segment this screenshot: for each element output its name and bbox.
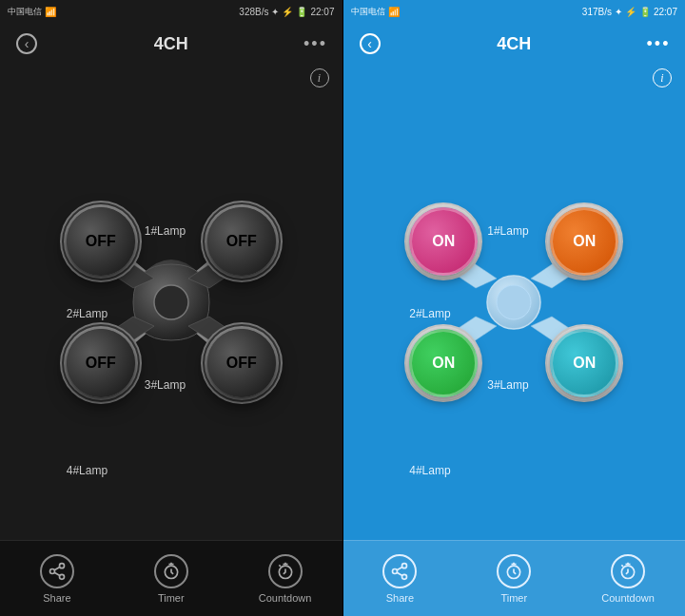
svg-line-9 xyxy=(54,572,60,575)
svg-line-1 xyxy=(124,260,152,283)
time-blue: 22:07 xyxy=(654,7,677,17)
timer-icon-dark xyxy=(154,554,188,588)
svg-point-18 xyxy=(487,276,540,329)
lamp3-name-dark: 3#Lamp xyxy=(145,378,186,392)
svg-point-22 xyxy=(402,574,407,579)
lamp1-name-dark: 1#Lamp xyxy=(145,224,186,238)
lamp1-button-blue[interactable]: ON xyxy=(409,207,478,276)
time-display: 22:07 xyxy=(310,7,334,17)
svg-line-23 xyxy=(398,572,403,575)
main-content-dark: OFF OFF OFF OFF 1#Lamp 2#Lamp 3#Lamp 4#L… xyxy=(0,65,342,540)
timer-icon-blue xyxy=(497,554,531,588)
signal-icon: 📶 xyxy=(45,7,56,17)
timer-label-dark: Timer xyxy=(158,592,185,604)
blue-panel: 中国电信 📶 317B/s ✦ ⚡ 🔋 22:07 ‹ 4CH ••• i xyxy=(343,0,686,616)
timer-label-blue: Timer xyxy=(500,592,527,604)
status-bar-blue: 中国电信 📶 317B/s ✦ ⚡ 🔋 22:07 xyxy=(343,0,686,23)
more-icon: ••• xyxy=(303,34,327,54)
lamp4-button-blue[interactable]: ON xyxy=(550,329,618,397)
svg-line-24 xyxy=(398,567,403,569)
dark-panel: 中国电信 📶 328B/s ✦ ⚡ 🔋 22:07 ‹ 4CH ••• i xyxy=(0,0,342,616)
dial-widget-blue: ON ON ON ON 1#Lamp 2#Lamp 3#Lamp 4#Lamp xyxy=(381,160,647,445)
lamp2-label-blue: ON xyxy=(573,233,596,250)
battery-icon-blue: 🔋 xyxy=(639,7,651,17)
status-left: 中国电信 📶 xyxy=(8,6,56,18)
main-content-blue: ON ON ON ON 1#Lamp 2#Lamp 3#Lamp 4#Lamp xyxy=(343,65,686,540)
carrier1: 中国电信 xyxy=(8,6,42,18)
share-label-blue: Share xyxy=(386,592,414,604)
timer-tool-blue[interactable]: Timer xyxy=(457,554,571,604)
app-header-blue: ‹ 4CH ••• xyxy=(343,23,686,65)
svg-line-31 xyxy=(621,565,623,567)
svg-point-0 xyxy=(150,281,192,323)
more-button-blue[interactable]: ••• xyxy=(643,29,674,59)
lamp2-button-dark[interactable]: OFF xyxy=(207,207,276,276)
bluetooth-icon: ✦ xyxy=(271,7,279,17)
lamp3-button-dark[interactable]: OFF xyxy=(67,329,135,397)
carrier1-blue: 中国电信 xyxy=(351,6,385,18)
lamp4-label-dark: OFF xyxy=(226,355,257,372)
svg-point-5 xyxy=(154,285,188,319)
countdown-tool-blue[interactable]: Countdown xyxy=(571,554,685,604)
countdown-icon-blue xyxy=(611,554,645,588)
status-right: 328B/s ✦ ⚡ 🔋 22:07 xyxy=(239,7,334,17)
countdown-label-blue: Countdown xyxy=(601,592,655,604)
dial-widget-dark: OFF OFF OFF OFF 1#Lamp 2#Lamp 3#Lamp 4#L… xyxy=(38,160,304,445)
share-label-dark: Share xyxy=(43,592,70,604)
bluetooth-icon-blue: ✦ xyxy=(615,7,622,17)
lamp1-button-dark[interactable]: OFF xyxy=(67,207,135,276)
share-icon-blue xyxy=(382,554,417,588)
lamp1-label-dark: OFF xyxy=(86,233,116,250)
battery-icon: 🔋 xyxy=(296,7,307,17)
signal-icon-blue: 📶 xyxy=(388,7,400,17)
svg-point-8 xyxy=(59,574,64,579)
speed-indicator: 328B/s xyxy=(239,7,268,17)
page-title-dark: 4CH xyxy=(154,34,188,54)
bottom-toolbar-blue: Share Timer Countdown xyxy=(343,540,686,616)
wifi-icon-blue: ⚡ xyxy=(625,7,636,17)
lamp2-name-blue: 2#Lamp xyxy=(409,307,450,320)
back-arrow-icon: ‹ xyxy=(16,33,37,54)
countdown-icon-dark xyxy=(268,554,303,588)
lamp3-button-blue[interactable]: ON xyxy=(409,329,478,397)
speed-blue: 317B/s xyxy=(582,7,612,17)
lamp3-name-blue: 3#Lamp xyxy=(487,378,528,392)
more-icon-blue: ••• xyxy=(647,34,671,54)
back-arrow-icon-blue: ‹ xyxy=(360,33,381,54)
lamp1-label-blue: ON xyxy=(432,233,455,250)
back-button-blue[interactable]: ‹ xyxy=(355,29,385,59)
lamp2-label-dark: OFF xyxy=(226,233,257,250)
lamp4-name-blue: 4#Lamp xyxy=(409,464,450,477)
share-tool-dark[interactable]: Share xyxy=(0,554,114,604)
more-button[interactable]: ••• xyxy=(300,29,330,59)
svg-point-6 xyxy=(59,563,64,568)
page-title-blue: 4CH xyxy=(497,34,531,54)
status-left-blue: 中国电信 📶 xyxy=(351,6,400,18)
share-tool-blue[interactable]: Share xyxy=(343,554,458,604)
timer-tool-dark[interactable]: Timer xyxy=(114,554,228,604)
lamp2-button-blue[interactable]: ON xyxy=(550,207,618,276)
lamp4-label-blue: ON xyxy=(573,355,596,372)
back-button[interactable]: ‹ xyxy=(11,29,42,59)
status-right-blue: 317B/s ✦ ⚡ 🔋 22:07 xyxy=(582,7,677,17)
wifi-icon: ⚡ xyxy=(282,7,293,17)
svg-point-20 xyxy=(402,563,407,568)
svg-point-21 xyxy=(393,568,398,573)
lamp1-name-blue: 1#Lamp xyxy=(487,224,528,238)
svg-point-7 xyxy=(49,568,54,573)
lamp3-label-blue: ON xyxy=(432,355,455,372)
lamp4-name-dark: 4#Lamp xyxy=(67,464,108,477)
countdown-tool-dark[interactable]: Countdown xyxy=(228,554,342,604)
status-bar-dark: 中国电信 📶 328B/s ✦ ⚡ 🔋 22:07 xyxy=(0,0,342,23)
bottom-toolbar-dark: Share Timer Countdown xyxy=(0,540,342,616)
svg-point-19 xyxy=(497,285,531,319)
svg-line-10 xyxy=(54,567,60,569)
app-header-dark: ‹ 4CH ••• xyxy=(0,23,342,65)
lamp2-name-dark: 2#Lamp xyxy=(67,307,108,320)
lamp3-label-dark: OFF xyxy=(86,355,116,372)
share-icon-dark xyxy=(40,554,74,588)
countdown-label-dark: Countdown xyxy=(259,592,312,604)
svg-line-17 xyxy=(279,565,281,567)
lamp4-button-dark[interactable]: OFF xyxy=(207,329,276,397)
